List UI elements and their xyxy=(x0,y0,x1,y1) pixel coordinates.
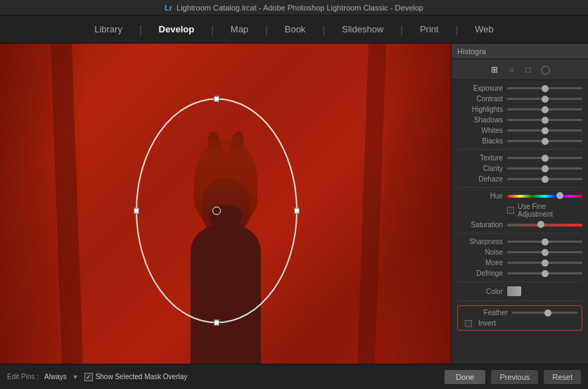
divider-5 xyxy=(457,300,582,301)
feather-track[interactable] xyxy=(512,312,577,314)
dehaze-thumb[interactable] xyxy=(542,176,549,183)
shadows-track[interactable] xyxy=(507,119,582,121)
highlights-row: Highlights xyxy=(457,106,582,113)
clarity-track[interactable] xyxy=(507,167,582,170)
sharpness-thumb[interactable] xyxy=(542,238,549,245)
saturation-thumb[interactable] xyxy=(537,221,544,228)
color-row: Color xyxy=(457,286,582,296)
dehaze-row: Dehaze xyxy=(457,175,582,183)
menu-sep-3: | xyxy=(265,24,268,35)
show-mask-checkbox[interactable]: ✓ xyxy=(84,373,93,381)
contrast-track[interactable] xyxy=(507,98,582,100)
grid-tool-icon[interactable]: ⊞ xyxy=(488,63,501,76)
show-mask-container: ✓ Show Selected Mask Overlay xyxy=(84,373,188,381)
sharpness-row: Sharpness xyxy=(457,238,582,245)
shadows-label: Shadows xyxy=(457,116,503,124)
lr-icon: Lr xyxy=(165,4,172,12)
main-area: Histogra ⊞ ○ □ ◯ Exposure Contrast xyxy=(0,44,588,364)
dehaze-label: Dehaze xyxy=(457,175,503,183)
title-text: Lightroom Catalog.lrcat - Adobe Photosho… xyxy=(177,4,423,12)
feather-thumb[interactable] xyxy=(544,310,551,317)
highlights-thumb[interactable] xyxy=(542,106,549,113)
menu-web[interactable]: Web xyxy=(471,21,498,37)
histogram-label: Histogra xyxy=(457,47,486,56)
shadows-row: Shadows xyxy=(457,116,582,124)
saturation-label: Saturation xyxy=(457,221,503,229)
blacks-track[interactable] xyxy=(507,140,582,142)
photo-container xyxy=(0,44,451,364)
noise-track[interactable] xyxy=(507,251,582,253)
defringe-label: Defringe xyxy=(457,269,503,277)
circle-tool-icon[interactable]: ○ xyxy=(505,63,518,76)
sharpness-track[interactable] xyxy=(507,241,582,243)
fine-adjustment-checkbox[interactable] xyxy=(507,207,514,214)
titlebar: Lr Lightroom Catalog.lrcat - Adobe Photo… xyxy=(0,0,588,15)
moire-label: Moire xyxy=(457,259,503,267)
divider-3 xyxy=(457,233,582,234)
edit-pins-dropdown-arrow[interactable]: ▼ xyxy=(72,374,79,381)
fine-adjustment-label: Use Fine Adjustment xyxy=(518,203,582,218)
subject-figure xyxy=(170,139,282,364)
clarity-row: Clarity xyxy=(457,165,582,172)
whites-label: Whites xyxy=(457,127,503,134)
menu-print[interactable]: Print xyxy=(416,21,443,37)
contrast-row: Contrast xyxy=(457,95,582,103)
bottom-right: Done Previous Reset xyxy=(445,370,581,384)
color-label: Color xyxy=(457,288,503,295)
menu-book[interactable]: Book xyxy=(281,21,310,37)
whites-thumb[interactable] xyxy=(542,127,549,134)
done-button[interactable]: Done xyxy=(445,370,485,384)
moire-thumb[interactable] xyxy=(542,260,549,267)
noise-row: Noise xyxy=(457,248,582,256)
shadows-thumb[interactable] xyxy=(542,117,549,124)
canvas-area[interactable] xyxy=(0,44,451,364)
texture-row: Texture xyxy=(457,154,582,162)
feather-label: Feather xyxy=(462,309,508,317)
contrast-thumb[interactable] xyxy=(542,96,549,103)
noise-thumb[interactable] xyxy=(542,249,549,256)
invert-label: Invert xyxy=(478,319,496,327)
invert-checkbox[interactable] xyxy=(465,320,472,327)
defringe-row: Defringe xyxy=(457,269,582,277)
exposure-row: Exposure xyxy=(457,84,582,92)
blacks-row: Blacks xyxy=(457,137,582,145)
whites-row: Whites xyxy=(457,127,582,134)
menu-sep-2: | xyxy=(211,24,214,35)
sharpness-label: Sharpness xyxy=(457,238,503,245)
moire-track[interactable] xyxy=(507,262,582,264)
fine-adjustment-row: Use Fine Adjustment xyxy=(457,203,582,218)
hue-track[interactable] xyxy=(507,195,582,198)
menu-develop[interactable]: Develop xyxy=(155,21,199,37)
defringe-track[interactable] xyxy=(507,272,582,274)
exposure-track[interactable] xyxy=(507,87,582,89)
texture-track[interactable] xyxy=(507,157,582,159)
oval-tool-icon[interactable]: ◯ xyxy=(539,63,551,76)
divider-2 xyxy=(457,187,582,188)
edit-pins-value[interactable]: Always xyxy=(44,373,67,381)
highlights-label: Highlights xyxy=(457,106,503,113)
saturation-track[interactable] xyxy=(507,224,582,227)
menu-map[interactable]: Map xyxy=(226,21,253,37)
reset-button[interactable]: Reset xyxy=(544,370,581,384)
clarity-thumb[interactable] xyxy=(542,165,549,172)
hue-thumb[interactable] xyxy=(556,192,563,199)
invert-row: Invert xyxy=(462,319,577,327)
menu-sep-4: | xyxy=(322,24,325,35)
menu-slideshow[interactable]: Slideshow xyxy=(338,21,388,37)
texture-thumb[interactable] xyxy=(542,155,549,162)
blacks-thumb[interactable] xyxy=(542,138,549,145)
sliders-area: Exposure Contrast Highlights Shadows xyxy=(452,80,588,364)
exposure-thumb[interactable] xyxy=(542,85,549,92)
color-swatch[interactable] xyxy=(507,286,521,296)
whites-track[interactable] xyxy=(507,129,582,132)
square-tool-icon[interactable]: □ xyxy=(522,63,535,76)
previous-button[interactable]: Previous xyxy=(491,370,538,384)
contrast-label: Contrast xyxy=(457,95,503,103)
dehaze-track[interactable] xyxy=(507,178,582,180)
saturation-row: Saturation xyxy=(457,221,582,229)
feather-section: Feather Invert xyxy=(457,305,582,331)
highlights-track[interactable] xyxy=(507,108,582,110)
defringe-thumb[interactable] xyxy=(542,270,549,277)
menu-sep-1: | xyxy=(139,24,142,35)
menu-library[interactable]: Library xyxy=(90,21,127,37)
